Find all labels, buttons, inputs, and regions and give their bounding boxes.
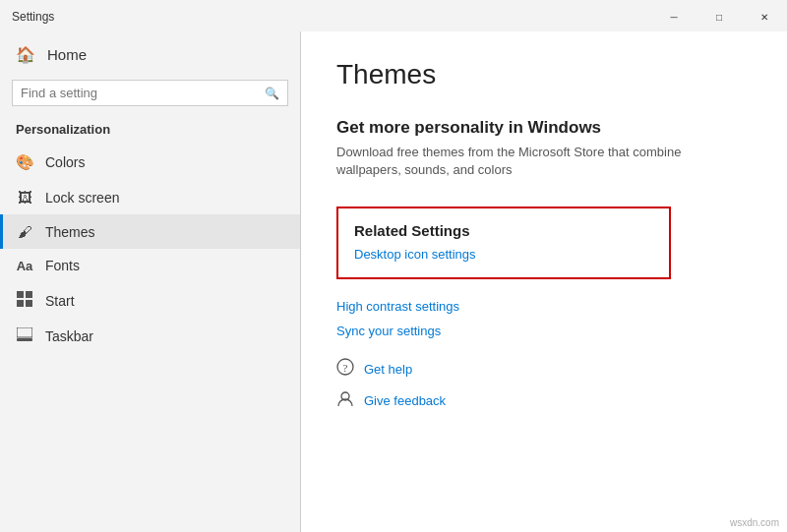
home-label: Home bbox=[47, 46, 87, 63]
lock-screen-icon: 🖼 bbox=[16, 189, 33, 206]
sidebar-item-lock-screen[interactable]: 🖼 Lock screen bbox=[0, 180, 300, 214]
window-controls: ─ □ ✕ bbox=[651, 1, 787, 32]
close-button[interactable]: ✕ bbox=[742, 1, 787, 32]
sidebar-item-themes[interactable]: 🖌 Themes bbox=[0, 214, 300, 249]
give-feedback-item[interactable]: Give feedback bbox=[336, 389, 752, 411]
themes-icon: 🖌 bbox=[16, 223, 33, 240]
help-section: ? Get help Give feedback bbox=[336, 358, 752, 411]
titlebar: Settings ─ □ ✕ bbox=[0, 0, 787, 31]
get-help-label: Get help bbox=[364, 362, 412, 377]
sidebar-item-start-label: Start bbox=[45, 293, 75, 309]
sidebar-item-taskbar-label: Taskbar bbox=[45, 328, 93, 344]
svg-rect-1 bbox=[26, 291, 32, 298]
sidebar-item-taskbar[interactable]: Taskbar bbox=[0, 319, 300, 353]
sidebar-item-colors[interactable]: 🎨 Colors bbox=[0, 145, 300, 180]
svg-rect-4 bbox=[17, 327, 32, 337]
svg-rect-3 bbox=[26, 300, 32, 307]
app-body: 🏠 Home 🔍 Personalization 🎨 Colors 🖼 Lock… bbox=[0, 31, 787, 532]
desktop-icon-settings-link[interactable]: Desktop icon settings bbox=[354, 247, 653, 262]
minimize-button[interactable]: ─ bbox=[651, 1, 696, 32]
sidebar-item-lock-screen-label: Lock screen bbox=[45, 190, 119, 206]
related-settings-box: Related Settings Desktop icon settings bbox=[336, 207, 671, 279]
give-feedback-label: Give feedback bbox=[364, 393, 446, 408]
search-input[interactable] bbox=[21, 86, 259, 100]
fonts-icon: Aa bbox=[16, 259, 33, 273]
main-panel: Themes Get more personality in Windows D… bbox=[301, 31, 787, 532]
standalone-links: High contrast settings Sync your setting… bbox=[336, 299, 752, 338]
sidebar-item-themes-label: Themes bbox=[45, 224, 95, 240]
taskbar-icon bbox=[16, 327, 33, 344]
get-help-icon: ? bbox=[336, 358, 354, 380]
related-settings-title: Related Settings bbox=[354, 222, 653, 239]
sidebar: 🏠 Home 🔍 Personalization 🎨 Colors 🖼 Lock… bbox=[0, 31, 300, 532]
maximize-button[interactable]: □ bbox=[696, 1, 742, 32]
personality-desc: Download free themes from the Microsoft … bbox=[336, 144, 710, 179]
search-box: 🔍 bbox=[12, 80, 288, 106]
personality-heading: Get more personality in Windows bbox=[336, 118, 752, 138]
sync-settings-link[interactable]: Sync your settings bbox=[336, 324, 752, 338]
high-contrast-link[interactable]: High contrast settings bbox=[336, 299, 752, 314]
sidebar-item-home[interactable]: 🏠 Home bbox=[0, 35, 300, 74]
watermark: wsxdn.com bbox=[730, 517, 779, 528]
svg-rect-5 bbox=[17, 338, 32, 341]
sidebar-item-colors-label: Colors bbox=[45, 154, 85, 170]
colors-icon: 🎨 bbox=[16, 153, 33, 171]
home-icon: 🏠 bbox=[16, 45, 35, 64]
search-icon: 🔍 bbox=[265, 87, 279, 100]
sidebar-item-start[interactable]: Start bbox=[0, 282, 300, 319]
page-title: Themes bbox=[336, 59, 752, 90]
svg-rect-0 bbox=[17, 291, 24, 298]
svg-rect-2 bbox=[17, 300, 24, 307]
sidebar-item-fonts-label: Fonts bbox=[45, 258, 80, 273]
start-icon bbox=[16, 291, 33, 310]
sidebar-item-fonts[interactable]: Aa Fonts bbox=[0, 249, 300, 282]
app-title: Settings bbox=[12, 10, 54, 24]
sidebar-section-label: Personalization bbox=[0, 118, 300, 145]
give-feedback-icon bbox=[336, 389, 354, 411]
svg-text:?: ? bbox=[343, 362, 348, 374]
get-help-item[interactable]: ? Get help bbox=[336, 358, 752, 380]
